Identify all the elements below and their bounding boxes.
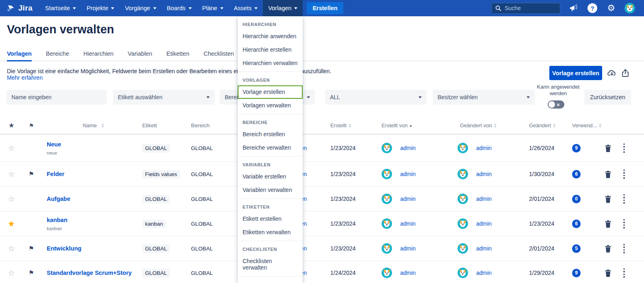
created-by-link[interactable]: admin: [400, 196, 416, 202]
nav-item-assets[interactable]: Assets: [229, 0, 263, 16]
menu-item-etiketten-verwalten[interactable]: Etiketten verwalten: [238, 226, 303, 239]
star-toggle-icon[interactable]: ☆: [0, 144, 23, 153]
can-apply-toggle[interactable]: ×: [548, 100, 564, 109]
nav-item-boards[interactable]: Boards: [162, 0, 197, 16]
reset-button[interactable]: Zurücksetzen: [584, 90, 631, 104]
area-value: GLOBAL: [188, 171, 238, 177]
nav-item-plaene[interactable]: Pläne: [197, 0, 229, 16]
header-usage[interactable]: Verwend...: [567, 122, 597, 128]
label-badge: GLOBAL: [142, 244, 170, 253]
menu-item-bereich-erstellen[interactable]: Bereich erstellen: [238, 128, 303, 141]
nav-item-startseite[interactable]: Startseite: [40, 0, 81, 16]
menu-item-vorlagen-verwalten[interactable]: Vorlagen verwalten: [238, 99, 303, 112]
modified-by-link[interactable]: admin: [476, 220, 492, 227]
header-label[interactable]: Etikett: [140, 122, 188, 128]
menu-item-etikett-erstellen[interactable]: Etikett erstellen: [238, 212, 303, 226]
template-name-link[interactable]: Aufgabe: [47, 196, 70, 202]
created-date: 1/23/2024: [315, 220, 372, 227]
modified-by-link[interactable]: admin: [476, 196, 492, 202]
menu-item-bereiche-verwalten[interactable]: Bereiche verwalten: [238, 141, 303, 155]
tab-variablen[interactable]: Variablen: [128, 46, 152, 61]
header-name[interactable]: Name: [40, 122, 140, 128]
label-filter-select[interactable]: Etikett auswählen: [113, 90, 215, 104]
star-toggle-icon[interactable]: ☆: [0, 170, 23, 179]
created-by-link[interactable]: admin: [400, 171, 416, 177]
header-created[interactable]: Erstellt: [315, 122, 372, 128]
modified-by-link[interactable]: admin: [476, 270, 492, 276]
jira-logo-text: Jira: [18, 4, 33, 13]
tab-vorlagen[interactable]: Vorlagen: [7, 46, 32, 61]
delete-trash-icon[interactable]: [597, 170, 618, 178]
delete-trash-icon[interactable]: [597, 220, 618, 228]
menu-item-hierarchien-verwalten[interactable]: Hierarchien verwalten: [238, 57, 303, 70]
star-toggle-icon[interactable]: ☆: [0, 244, 23, 253]
dropdown-section-header: ETIKETTEN: [238, 200, 303, 212]
help-icon[interactable]: ?: [587, 3, 598, 13]
tab-checklisten[interactable]: Checklisten: [204, 46, 234, 61]
tab-etiketten[interactable]: Etiketten: [167, 46, 189, 61]
delete-trash-icon[interactable]: [597, 269, 618, 277]
tab-bereiche[interactable]: Bereiche: [46, 46, 69, 61]
delete-trash-icon[interactable]: [597, 195, 618, 203]
chevron-down-icon: [527, 96, 530, 98]
dropdown-section-header: KONFIGURATIONEN: [238, 277, 303, 283]
more-actions-kebab-icon[interactable]: [618, 144, 644, 153]
announcements-icon[interactable]: [568, 3, 579, 13]
menu-item-checklisten-verwalten[interactable]: Checklisten verwalten: [238, 255, 303, 274]
more-actions-kebab-icon[interactable]: [618, 194, 644, 204]
more-actions-kebab-icon[interactable]: [618, 268, 644, 278]
nav-item-projekte[interactable]: Projekte: [81, 0, 119, 16]
template-name-link[interactable]: Felder: [47, 171, 65, 177]
create-template-button[interactable]: Vorlage erstellen: [549, 66, 602, 80]
import-cloud-download-icon[interactable]: [607, 69, 617, 78]
type-filter-select[interactable]: ALL: [325, 90, 427, 104]
export-share-icon[interactable]: [621, 69, 630, 78]
template-name-link[interactable]: Entwicklung: [47, 245, 81, 252]
header-area[interactable]: Bereich: [188, 122, 238, 128]
header-modified[interactable]: Geändert: [524, 122, 567, 128]
settings-gear-icon[interactable]: ⚙: [606, 3, 616, 13]
star-toggle-icon[interactable]: ☆: [0, 194, 23, 204]
template-name-link[interactable]: Standardvorlage Scrum+Story: [47, 270, 132, 276]
delete-trash-icon[interactable]: [597, 245, 618, 253]
flag-column-icon[interactable]: ⚑: [23, 122, 40, 129]
table-header: ★ ⚑ Name Etikett Bereich Erstellt Erstel…: [0, 117, 644, 135]
template-name-link[interactable]: Neue: [47, 141, 61, 148]
created-by-link[interactable]: admin: [400, 245, 416, 252]
template-name-link[interactable]: kanban: [47, 217, 67, 223]
menu-item-variable-erstellen[interactable]: Variable erstellen: [238, 170, 303, 183]
learn-more-link[interactable]: Mehr erfahren: [7, 74, 43, 81]
more-actions-kebab-icon[interactable]: [618, 244, 644, 253]
menu-item-vorlage-erstellen[interactable]: Vorlage erstellen: [238, 85, 303, 99]
tab-hierarchien[interactable]: Hierarchien: [83, 46, 113, 61]
more-actions-kebab-icon[interactable]: [618, 219, 644, 229]
star-toggle-icon[interactable]: ★: [0, 219, 23, 229]
star-column-icon[interactable]: ★: [0, 121, 23, 130]
more-actions-kebab-icon[interactable]: [618, 170, 644, 179]
user-avatar[interactable]: [624, 3, 635, 13]
created-by-link[interactable]: admin: [400, 220, 416, 227]
nav-item-vorlagen[interactable]: Vorlagen: [263, 0, 303, 16]
menu-item-hierarchie-anwenden[interactable]: Hierarchie anwenden: [238, 30, 303, 43]
sort-icon: [553, 124, 555, 128]
created-by-link[interactable]: admin: [400, 270, 416, 276]
menu-item-hierarchie-erstellen[interactable]: Hierarchie erstellen: [238, 43, 303, 57]
modified-by-link[interactable]: admin: [476, 171, 492, 177]
created-by-link[interactable]: admin: [400, 145, 416, 151]
page-title: Vorlagen verwalten: [7, 23, 114, 36]
modified-by-link[interactable]: admin: [476, 245, 492, 252]
delete-trash-icon[interactable]: [597, 144, 618, 152]
create-button[interactable]: Erstellen: [307, 2, 343, 14]
owner-filter-select[interactable]: Besitzer wählen: [433, 90, 535, 104]
label-badge: GLOBAL: [142, 195, 170, 203]
search-input[interactable]: Suche: [491, 3, 560, 14]
nav-item-vorgaenge[interactable]: Vorgänge: [119, 0, 161, 16]
jira-logo[interactable]: Jira: [0, 4, 40, 13]
modified-by-link[interactable]: admin: [476, 145, 492, 151]
name-filter-input[interactable]: Name eingeben: [7, 90, 107, 104]
header-modified-by[interactable]: Geändert von: [449, 122, 524, 128]
header-created-by[interactable]: Erstellt von: [372, 122, 449, 128]
menu-item-variablen-verwalten[interactable]: Variablen verwalten: [238, 183, 303, 197]
modified-date: 1/29/2024: [524, 270, 567, 276]
star-toggle-icon[interactable]: ☆: [0, 268, 23, 278]
